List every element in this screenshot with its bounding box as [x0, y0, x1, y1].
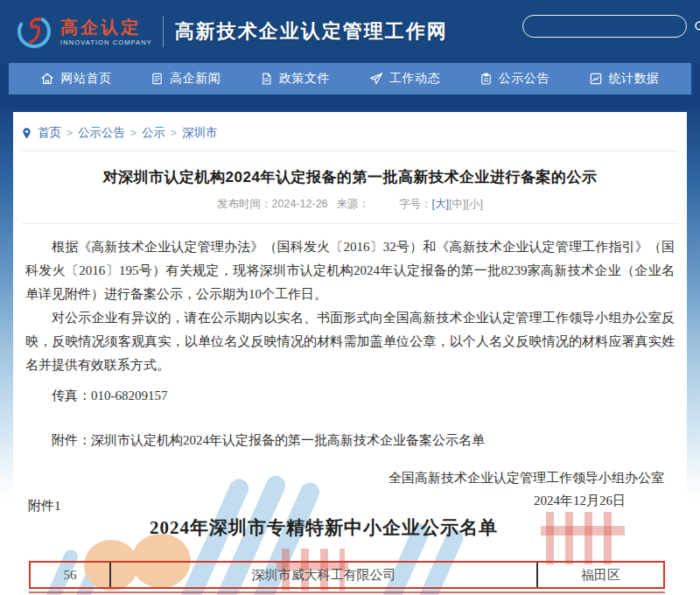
- breadcrumb-announcements[interactable]: 公示公告: [78, 125, 125, 141]
- statistics-icon: [589, 72, 603, 86]
- activity-icon: [369, 72, 383, 86]
- nav-item-home[interactable]: 网站首页: [40, 71, 111, 87]
- paragraph-objection: 对公示企业有异议的，请在公示期内以实名、书面形式向全国高新技术企业认定管理工作领…: [25, 306, 675, 377]
- search-input[interactable]: [523, 18, 693, 35]
- home-icon: [40, 72, 54, 86]
- nav-item-statistics[interactable]: 统计数据: [589, 71, 660, 87]
- publish-date: 2024-12-26: [272, 198, 328, 210]
- nav-label: 工作动态: [389, 71, 440, 87]
- announcement-icon: [480, 72, 493, 86]
- attachment-label: 附件1: [28, 498, 61, 514]
- row-number-cell: 56: [31, 563, 109, 587]
- nav-item-announcement[interactable]: 公示公告: [480, 71, 550, 87]
- district-cell: 福田区: [536, 563, 663, 587]
- breadcrumb-separator: >: [170, 127, 178, 139]
- policy-icon: [260, 72, 273, 86]
- logo-text-cn: 高企认定: [60, 18, 152, 37]
- nav-item-activity[interactable]: 工作动态: [369, 71, 440, 87]
- nav-label: 公示公告: [499, 71, 550, 87]
- logo-text-en: INNOVATION COMPANY: [60, 38, 152, 46]
- breadcrumb: 首页 > 公示公告 > 公示 > 深圳市: [13, 112, 687, 150]
- header-divider: [163, 16, 164, 47]
- breadcrumb-home[interactable]: 首页: [38, 125, 61, 141]
- article-body: 根据《高新技术企业认定管理办法》（国科发火〔2016〕32号）和《高新技术企业认…: [25, 235, 675, 452]
- company-name-cell: 深圳市威大科工有限公司: [109, 563, 536, 587]
- article-meta: 发布时间：2024-12-26来源：字号：[大][中][小]: [13, 197, 687, 212]
- breadcrumb-separator: >: [130, 127, 137, 139]
- nav-label: 高企新闻: [170, 71, 220, 87]
- attachment-preview: 附件1 2024年深圳市专精特新中小企业公示名单 56 深圳市威大科工有限公司 …: [0, 486, 700, 595]
- nav-label: 政策文件: [279, 71, 330, 87]
- page: 高企认定 INNOVATION COMPANY 高新技术企业认定管理工作网 网站…: [0, 0, 700, 595]
- signature-office: 全国高新技术企业认定管理工作领导小组办公室: [13, 470, 687, 486]
- attachment-table-title: 2024年深圳市专精特新中小企业公示名单: [0, 515, 648, 540]
- nav-label: 网站首页: [60, 71, 111, 87]
- search-icon[interactable]: [693, 19, 700, 34]
- nav-item-policy[interactable]: 政策文件: [260, 71, 330, 87]
- breadcrumb-publicity[interactable]: 公示: [142, 125, 165, 141]
- site-title: 高新技术企业认定管理工作网: [175, 18, 448, 45]
- search-box[interactable]: [522, 15, 687, 38]
- paragraph-regulations: 根据《高新技术企业认定管理办法》（国科发火〔2016〕32号）和《高新技术企业认…: [25, 235, 675, 306]
- site-logo[interactable]: 高企认定 INNOVATION COMPANY: [14, 11, 152, 52]
- font-size-label: 字号：: [399, 198, 432, 210]
- breadcrumb-shenzhen[interactable]: 深圳市: [182, 125, 218, 141]
- font-size-small-button[interactable]: [小]: [466, 198, 482, 210]
- fax-number: 传真：010-68209157: [25, 384, 675, 408]
- location-pin-icon: [20, 127, 33, 140]
- font-size-medium-button[interactable]: [中]: [449, 198, 466, 210]
- attachment-link[interactable]: 附件：深圳市认定机构2024年认定报备的第一批高新技术企业备案公示名单: [25, 429, 675, 452]
- publish-time-label: 发布时间：: [217, 198, 272, 210]
- news-icon: [150, 72, 164, 86]
- site-header: 高企认定 INNOVATION COMPANY 高新技术企业认定管理工作网: [0, 0, 700, 63]
- font-size-large-button[interactable]: [大]: [432, 198, 449, 210]
- article-title: 对深圳市认定机构2024年认定报备的第一批高新技术企业进行备案的公示: [13, 167, 687, 187]
- divider: [22, 223, 678, 224]
- nav-label: 统计数据: [609, 71, 660, 87]
- nav-item-news[interactable]: 高企新闻: [150, 71, 220, 87]
- main-nav: 网站首页 高企新闻 政策文件 工作动态: [9, 63, 691, 94]
- logo-swoosh-icon: [14, 11, 54, 52]
- highlighted-table-row: 56 深圳市威大科工有限公司 福田区: [29, 561, 665, 589]
- breadcrumb-separator: >: [66, 127, 74, 139]
- red-highlight-line: [29, 592, 665, 593]
- source-label: 来源：: [337, 198, 370, 210]
- divider: [22, 150, 678, 151]
